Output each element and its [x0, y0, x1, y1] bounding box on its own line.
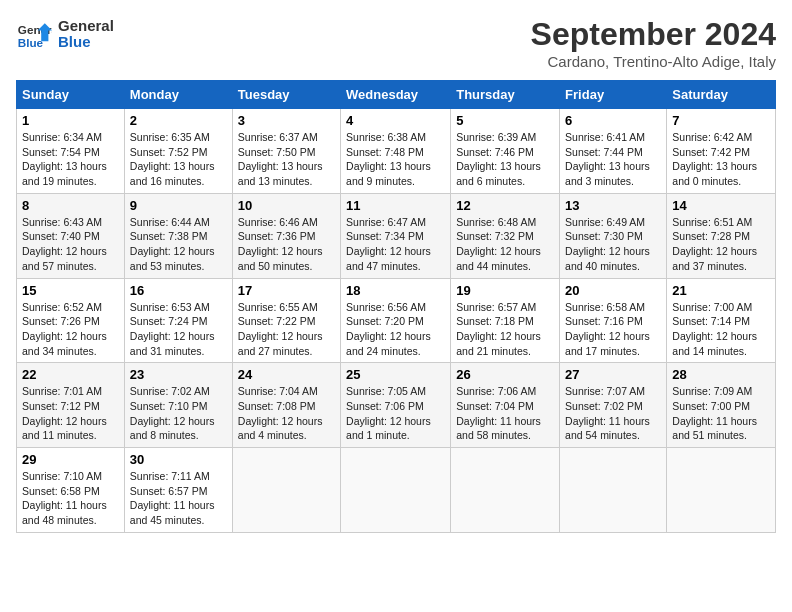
day-info: Sunrise: 6:58 AM Sunset: 7:16 PM Dayligh…: [565, 300, 661, 359]
day-info: Sunrise: 7:00 AM Sunset: 7:14 PM Dayligh…: [672, 300, 770, 359]
calendar-cell: 18Sunrise: 6:56 AM Sunset: 7:20 PM Dayli…: [341, 278, 451, 363]
calendar-cell: 29Sunrise: 7:10 AM Sunset: 6:58 PM Dayli…: [17, 448, 125, 533]
calendar-header-row: SundayMondayTuesdayWednesdayThursdayFrid…: [17, 81, 776, 109]
calendar-week-5: 29Sunrise: 7:10 AM Sunset: 6:58 PM Dayli…: [17, 448, 776, 533]
day-number: 16: [130, 283, 227, 298]
day-number: 14: [672, 198, 770, 213]
calendar-cell: [560, 448, 667, 533]
day-number: 28: [672, 367, 770, 382]
day-number: 12: [456, 198, 554, 213]
calendar-cell: 12Sunrise: 6:48 AM Sunset: 7:32 PM Dayli…: [451, 193, 560, 278]
day-info: Sunrise: 7:04 AM Sunset: 7:08 PM Dayligh…: [238, 384, 335, 443]
day-info: Sunrise: 6:44 AM Sunset: 7:38 PM Dayligh…: [130, 215, 227, 274]
calendar-cell: 19Sunrise: 6:57 AM Sunset: 7:18 PM Dayli…: [451, 278, 560, 363]
day-number: 22: [22, 367, 119, 382]
calendar-cell: 24Sunrise: 7:04 AM Sunset: 7:08 PM Dayli…: [232, 363, 340, 448]
calendar-cell: 21Sunrise: 7:00 AM Sunset: 7:14 PM Dayli…: [667, 278, 776, 363]
calendar-week-1: 1Sunrise: 6:34 AM Sunset: 7:54 PM Daylig…: [17, 109, 776, 194]
column-header-thursday: Thursday: [451, 81, 560, 109]
day-number: 17: [238, 283, 335, 298]
day-info: Sunrise: 6:35 AM Sunset: 7:52 PM Dayligh…: [130, 130, 227, 189]
calendar-cell: 9Sunrise: 6:44 AM Sunset: 7:38 PM Daylig…: [124, 193, 232, 278]
calendar-cell: [667, 448, 776, 533]
column-header-tuesday: Tuesday: [232, 81, 340, 109]
day-number: 5: [456, 113, 554, 128]
calendar-cell: 30Sunrise: 7:11 AM Sunset: 6:57 PM Dayli…: [124, 448, 232, 533]
calendar-cell: [232, 448, 340, 533]
day-number: 15: [22, 283, 119, 298]
day-info: Sunrise: 6:48 AM Sunset: 7:32 PM Dayligh…: [456, 215, 554, 274]
day-info: Sunrise: 6:53 AM Sunset: 7:24 PM Dayligh…: [130, 300, 227, 359]
month-title: September 2024: [531, 16, 776, 53]
calendar-table: SundayMondayTuesdayWednesdayThursdayFrid…: [16, 80, 776, 533]
day-number: 4: [346, 113, 445, 128]
calendar-cell: 6Sunrise: 6:41 AM Sunset: 7:44 PM Daylig…: [560, 109, 667, 194]
calendar-cell: 5Sunrise: 6:39 AM Sunset: 7:46 PM Daylig…: [451, 109, 560, 194]
calendar-cell: [451, 448, 560, 533]
day-number: 6: [565, 113, 661, 128]
day-info: Sunrise: 6:39 AM Sunset: 7:46 PM Dayligh…: [456, 130, 554, 189]
day-info: Sunrise: 6:43 AM Sunset: 7:40 PM Dayligh…: [22, 215, 119, 274]
calendar-cell: 16Sunrise: 6:53 AM Sunset: 7:24 PM Dayli…: [124, 278, 232, 363]
day-info: Sunrise: 6:52 AM Sunset: 7:26 PM Dayligh…: [22, 300, 119, 359]
day-number: 8: [22, 198, 119, 213]
header: General Blue General Blue September 2024…: [16, 16, 776, 70]
day-info: Sunrise: 6:57 AM Sunset: 7:18 PM Dayligh…: [456, 300, 554, 359]
column-header-friday: Friday: [560, 81, 667, 109]
day-info: Sunrise: 7:10 AM Sunset: 6:58 PM Dayligh…: [22, 469, 119, 528]
day-number: 25: [346, 367, 445, 382]
calendar-cell: 14Sunrise: 6:51 AM Sunset: 7:28 PM Dayli…: [667, 193, 776, 278]
day-info: Sunrise: 7:07 AM Sunset: 7:02 PM Dayligh…: [565, 384, 661, 443]
day-info: Sunrise: 7:11 AM Sunset: 6:57 PM Dayligh…: [130, 469, 227, 528]
calendar-week-4: 22Sunrise: 7:01 AM Sunset: 7:12 PM Dayli…: [17, 363, 776, 448]
logo-text-general: General: [58, 18, 114, 35]
day-number: 10: [238, 198, 335, 213]
logo-icon: General Blue: [16, 16, 52, 52]
day-number: 7: [672, 113, 770, 128]
day-number: 18: [346, 283, 445, 298]
day-number: 1: [22, 113, 119, 128]
day-number: 3: [238, 113, 335, 128]
day-number: 11: [346, 198, 445, 213]
day-number: 9: [130, 198, 227, 213]
column-header-sunday: Sunday: [17, 81, 125, 109]
column-header-monday: Monday: [124, 81, 232, 109]
calendar-cell: 25Sunrise: 7:05 AM Sunset: 7:06 PM Dayli…: [341, 363, 451, 448]
day-info: Sunrise: 7:06 AM Sunset: 7:04 PM Dayligh…: [456, 384, 554, 443]
calendar-cell: 26Sunrise: 7:06 AM Sunset: 7:04 PM Dayli…: [451, 363, 560, 448]
day-info: Sunrise: 7:05 AM Sunset: 7:06 PM Dayligh…: [346, 384, 445, 443]
calendar-cell: 1Sunrise: 6:34 AM Sunset: 7:54 PM Daylig…: [17, 109, 125, 194]
calendar-cell: 27Sunrise: 7:07 AM Sunset: 7:02 PM Dayli…: [560, 363, 667, 448]
day-info: Sunrise: 6:56 AM Sunset: 7:20 PM Dayligh…: [346, 300, 445, 359]
calendar-cell: 15Sunrise: 6:52 AM Sunset: 7:26 PM Dayli…: [17, 278, 125, 363]
day-info: Sunrise: 7:09 AM Sunset: 7:00 PM Dayligh…: [672, 384, 770, 443]
day-info: Sunrise: 6:41 AM Sunset: 7:44 PM Dayligh…: [565, 130, 661, 189]
day-number: 29: [22, 452, 119, 467]
day-number: 23: [130, 367, 227, 382]
logo-text-blue: Blue: [58, 34, 114, 51]
calendar-cell: [341, 448, 451, 533]
location-title: Cardano, Trentino-Alto Adige, Italy: [531, 53, 776, 70]
day-info: Sunrise: 6:37 AM Sunset: 7:50 PM Dayligh…: [238, 130, 335, 189]
day-info: Sunrise: 7:02 AM Sunset: 7:10 PM Dayligh…: [130, 384, 227, 443]
day-info: Sunrise: 6:49 AM Sunset: 7:30 PM Dayligh…: [565, 215, 661, 274]
calendar-cell: 28Sunrise: 7:09 AM Sunset: 7:00 PM Dayli…: [667, 363, 776, 448]
day-number: 30: [130, 452, 227, 467]
calendar-cell: 22Sunrise: 7:01 AM Sunset: 7:12 PM Dayli…: [17, 363, 125, 448]
calendar-cell: 10Sunrise: 6:46 AM Sunset: 7:36 PM Dayli…: [232, 193, 340, 278]
column-header-wednesday: Wednesday: [341, 81, 451, 109]
calendar-cell: 3Sunrise: 6:37 AM Sunset: 7:50 PM Daylig…: [232, 109, 340, 194]
day-number: 27: [565, 367, 661, 382]
calendar-cell: 20Sunrise: 6:58 AM Sunset: 7:16 PM Dayli…: [560, 278, 667, 363]
day-number: 20: [565, 283, 661, 298]
day-number: 21: [672, 283, 770, 298]
calendar-cell: 17Sunrise: 6:55 AM Sunset: 7:22 PM Dayli…: [232, 278, 340, 363]
svg-text:Blue: Blue: [18, 36, 44, 49]
calendar-cell: 8Sunrise: 6:43 AM Sunset: 7:40 PM Daylig…: [17, 193, 125, 278]
day-number: 2: [130, 113, 227, 128]
day-info: Sunrise: 6:55 AM Sunset: 7:22 PM Dayligh…: [238, 300, 335, 359]
day-info: Sunrise: 6:42 AM Sunset: 7:42 PM Dayligh…: [672, 130, 770, 189]
day-info: Sunrise: 6:34 AM Sunset: 7:54 PM Dayligh…: [22, 130, 119, 189]
calendar-cell: 4Sunrise: 6:38 AM Sunset: 7:48 PM Daylig…: [341, 109, 451, 194]
day-info: Sunrise: 6:51 AM Sunset: 7:28 PM Dayligh…: [672, 215, 770, 274]
